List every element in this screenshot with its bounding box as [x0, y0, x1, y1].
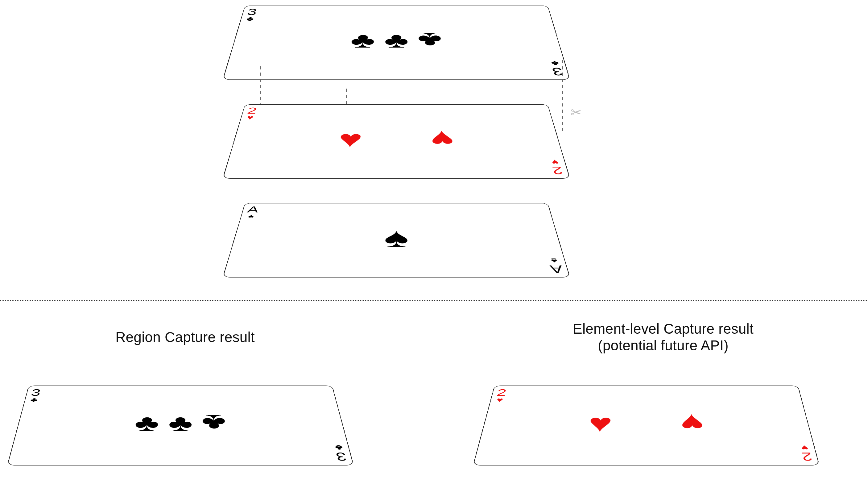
result-right-scene: 2 ♥ 2 ♥ ♥ ♥	[484, 358, 808, 484]
card-pips: ♥ ♥	[223, 105, 569, 178]
spade-pip: ♠	[384, 223, 409, 253]
club-pip: ♣	[134, 410, 160, 436]
caption-text-line1: Element-level Capture result	[524, 320, 802, 337]
club-pip: ♣	[202, 410, 227, 436]
card-three-of-clubs-result: 3 ♣ 3 ♣ ♣ ♣ ♣	[7, 386, 354, 465]
card-pips: ♠	[223, 203, 569, 277]
heart-pip: ♥	[429, 126, 456, 152]
card-pips: ♥ ♥	[473, 386, 819, 465]
club-pip: ♣	[417, 28, 443, 53]
club-pip: ♣	[384, 28, 409, 53]
section-divider	[0, 300, 868, 301]
club-pip: ♣	[168, 410, 193, 436]
caption-element-capture: Element-level Capture result (potential …	[524, 320, 802, 354]
club-pip: ♣	[349, 28, 375, 53]
caption-text: Region Capture result	[115, 329, 255, 345]
card-pips: ♣ ♣ ♣	[8, 386, 353, 465]
bottom-card-scene: A ♠ A ♠ ♠	[235, 173, 558, 303]
card-two-of-hearts-result: 2 ♥ 2 ♥ ♥ ♥	[473, 386, 819, 465]
scissors-icon: ✂	[571, 105, 582, 120]
diagram-stage: 3 ♣ 3 ♣ ♣ ♣ ♣ 2 ♥	[0, 0, 868, 484]
caption-text-line2: (potential future API)	[524, 337, 802, 354]
card-two-of-hearts-middle: 2 ♥ 2 ♥ ♥ ♥	[222, 104, 570, 179]
heart-pip: ♥	[679, 409, 705, 437]
heart-pip: ♥	[587, 409, 613, 437]
caption-region-capture: Region Capture result	[62, 329, 308, 345]
result-left-scene: 3 ♣ 3 ♣ ♣ ♣ ♣	[19, 358, 342, 484]
card-ace-of-spades-bottom: A ♠ A ♠ ♠	[222, 203, 570, 278]
heart-pip: ♥	[337, 126, 363, 152]
